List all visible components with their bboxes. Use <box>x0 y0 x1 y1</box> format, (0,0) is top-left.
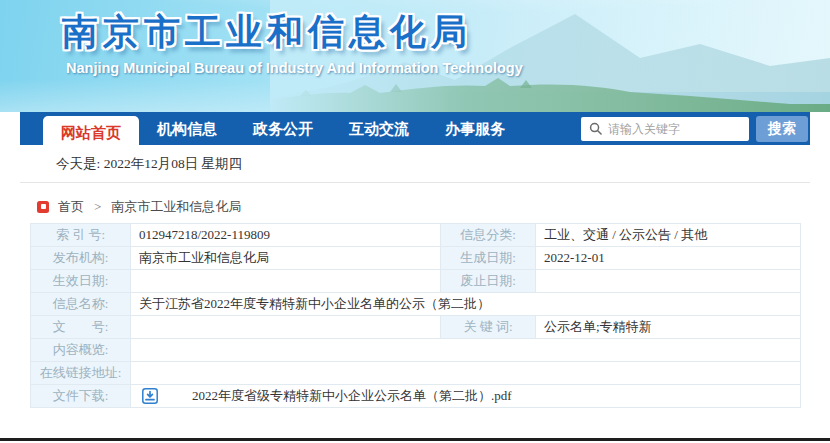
site-title-chinese: 南京市工业和信息化局 <box>62 8 472 57</box>
content-overview-value <box>131 339 801 362</box>
doc-number-label: 文 号: <box>31 316 131 339</box>
index-number-label: 索 引 号: <box>31 224 131 247</box>
breadcrumb-current: 南京市工业和信息化局 <box>111 198 241 216</box>
content-overview-label: 内容概览: <box>31 339 131 362</box>
effective-date-label: 生效日期: <box>31 270 131 293</box>
page: 南京市工业和信息化局 Nanjing Municipal Bureau of I… <box>0 0 830 443</box>
main-navbar: 网站首页 机构信息 政务公开 互动交流 办事服务 搜索 <box>20 112 810 145</box>
site-banner: 南京市工业和信息化局 Nanjing Municipal Bureau of I… <box>0 0 830 112</box>
table-row: 内容概览: <box>31 339 801 362</box>
expiry-date-value <box>536 270 801 293</box>
site-title-english: Nanjing Municipal Bureau of Industry And… <box>66 60 523 76</box>
online-link-label: 在线链接地址: <box>31 362 131 385</box>
file-download-label: 文件下载: <box>31 385 131 408</box>
table-row: 索 引 号: 012947218/2022-119809 信息分类: 工业、交通… <box>31 224 801 247</box>
download-icon[interactable] <box>142 388 158 404</box>
search-input[interactable] <box>608 122 749 136</box>
generate-date-label: 生成日期: <box>441 247 536 270</box>
document-info-table: 索 引 号: 012947218/2022-119809 信息分类: 工业、交通… <box>30 223 801 408</box>
tab-interaction[interactable]: 互动交流 <box>331 112 427 145</box>
breadcrumb-marker-icon <box>37 201 49 213</box>
info-category-label: 信息分类: <box>441 224 536 247</box>
search-icon <box>589 122 602 135</box>
tab-home[interactable]: 网站首页 <box>43 116 139 156</box>
file-download-cell: 2022年度省级专精特新中小企业公示名单（第二批）.pdf <box>139 387 792 405</box>
table-row: 生效日期: 废止日期: <box>31 270 801 293</box>
keywords-label: 关 键 词: <box>441 316 536 339</box>
breadcrumb-home-link[interactable]: 首页 <box>58 198 84 216</box>
generate-date-value: 2022-12-01 <box>536 247 801 270</box>
info-name-label: 信息名称: <box>31 293 131 316</box>
breadcrumb-separator: > <box>94 199 101 215</box>
table-row: 信息名称: 关于江苏省2022年度专精特新中小企业名单的公示（第二批） <box>31 293 801 316</box>
tab-gov-disclosure[interactable]: 政务公开 <box>235 112 331 145</box>
breadcrumb: 首页 > 南京市工业和信息化局 <box>37 199 830 214</box>
table-row: 文件下载: 2022年度省级专精特新中小企业公示名单（第二批）.pdf <box>31 385 801 408</box>
table-row: 发布机构: 南京市工业和信息化局 生成日期: 2022-12-01 <box>31 247 801 270</box>
table-row: 在线链接地址: <box>31 362 801 385</box>
nav-container: 网站首页 机构信息 政务公开 互动交流 办事服务 搜索 今天是: 2022年12… <box>20 112 810 183</box>
search-area: 搜索 <box>581 112 810 145</box>
bottom-edge-line <box>0 438 830 441</box>
online-link-value <box>131 362 801 385</box>
tab-agency-info[interactable]: 机构信息 <box>139 112 235 145</box>
effective-date-value <box>131 270 441 293</box>
keywords-value: 公示名单;专精特新 <box>536 316 801 339</box>
search-button[interactable]: 搜索 <box>756 116 808 142</box>
publisher-value: 南京市工业和信息化局 <box>131 247 441 270</box>
tab-services[interactable]: 办事服务 <box>427 112 523 145</box>
info-category-value: 工业、交通 / 公示公告 / 其他 <box>536 224 801 247</box>
info-name-value: 关于江苏省2022年度专精特新中小企业名单的公示（第二批） <box>131 293 801 316</box>
search-box[interactable] <box>581 117 749 141</box>
table-row: 文 号: 关 键 词: 公示名单;专精特新 <box>31 316 801 339</box>
download-file-link[interactable]: 2022年度省级专精特新中小企业公示名单（第二批）.pdf <box>192 387 512 405</box>
index-number-value: 012947218/2022-119809 <box>131 224 441 247</box>
publisher-label: 发布机构: <box>31 247 131 270</box>
doc-number-value <box>131 316 441 339</box>
expiry-date-label: 废止日期: <box>441 270 536 293</box>
